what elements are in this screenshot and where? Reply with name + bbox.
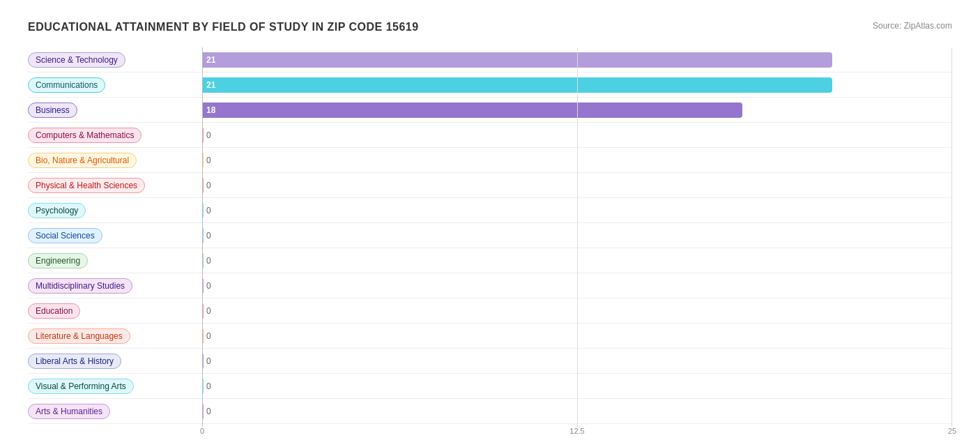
bar-label: Computers & Mathematics: [28, 128, 202, 143]
bar-value-label: 0: [206, 356, 211, 366]
chart-body: Science & Technology21Communications21Bu…: [28, 47, 952, 440]
bar-value-label: 18: [206, 105, 215, 115]
bar-value-label: 0: [206, 381, 211, 391]
x-tick-max: 25: [948, 427, 956, 435]
bar-row: Psychology0: [28, 198, 952, 223]
bar-row: Visual & Performing Arts0: [28, 374, 952, 399]
bar-row: Bio, Nature & Agricultural0: [28, 148, 952, 173]
bars-area: Science & Technology21Communications21Bu…: [28, 47, 952, 440]
bar-label: Business: [28, 103, 202, 118]
bar-fill: 21: [202, 77, 832, 93]
bar-value-label: 21: [206, 55, 215, 65]
bar-label-pill: Liberal Arts & History: [28, 354, 121, 369]
bar-value-label: 0: [206, 256, 211, 266]
bar-label-pill: Physical & Health Sciences: [28, 178, 145, 193]
bars-container: Science & Technology21Communications21Bu…: [28, 47, 952, 424]
bar-label-pill: Computers & Mathematics: [28, 128, 141, 143]
bar-label: Bio, Nature & Agricultural: [28, 153, 202, 168]
bar-label-pill: Science & Technology: [28, 52, 125, 68]
bar-label-pill: Arts & Humanities: [28, 404, 110, 419]
chart-source: Source: ZipAtlas.com: [873, 21, 952, 31]
bar-fill: 21: [202, 52, 832, 68]
bar-label: Visual & Performing Arts: [28, 379, 202, 394]
bar-value-label: 0: [206, 155, 211, 165]
bar-row: Education0: [28, 298, 952, 324]
bar-value-label: 0: [206, 407, 211, 416]
bar-label: Liberal Arts & History: [28, 354, 202, 369]
bar-label: Science & Technology: [28, 52, 202, 68]
bar-value-label: 0: [206, 130, 211, 140]
grid-line: [951, 47, 952, 427]
bar-label: Social Sciences: [28, 228, 202, 243]
grid-line: [577, 47, 578, 427]
bar-value-label: 0: [206, 206, 211, 215]
bar-label-pill: Literature & Languages: [28, 328, 130, 344]
bar-value-label: 0: [206, 281, 211, 291]
bar-value-label: 0: [206, 306, 211, 316]
bar-label-pill: Multidisciplinary Studies: [28, 278, 132, 294]
chart-title: EDUCATIONAL ATTAINMENT BY FIELD OF STUDY…: [28, 21, 419, 33]
bar-row: Communications21: [28, 73, 952, 98]
bar-label: Physical & Health Sciences: [28, 178, 202, 193]
x-tick-0: 0: [200, 427, 204, 435]
bar-row: Engineering0: [28, 248, 952, 273]
bar-label-pill: Visual & Performing Arts: [28, 379, 134, 394]
bar-fill: 18: [202, 103, 742, 118]
bar-row: Business18: [28, 98, 952, 123]
chart-header: EDUCATIONAL ATTAINMENT BY FIELD OF STUDY…: [28, 21, 952, 33]
bar-label-pill: Social Sciences: [28, 228, 102, 243]
bar-value-label: 21: [206, 80, 215, 90]
bar-row: Multidisciplinary Studies0: [28, 273, 952, 298]
bar-label-pill: Bio, Nature & Agricultural: [28, 153, 137, 168]
bar-label-pill: Business: [28, 103, 77, 118]
bar-label-pill: Education: [28, 303, 80, 319]
bar-value-label: 0: [206, 181, 211, 190]
bar-row: Social Sciences0: [28, 223, 952, 248]
bar-row: Arts & Humanities0: [28, 399, 952, 424]
bar-label-pill: Communications: [28, 77, 105, 93]
bar-label: Education: [28, 303, 202, 319]
x-tick-mid: 12.5: [569, 427, 584, 435]
bar-row: Science & Technology21: [28, 47, 952, 73]
bar-label: Psychology: [28, 203, 202, 218]
x-axis: 0 12.5 25: [202, 427, 952, 440]
bar-value-label: 0: [206, 231, 211, 241]
bar-label-pill: Engineering: [28, 253, 88, 268]
bar-row: Liberal Arts & History0: [28, 349, 952, 374]
bar-row: Physical & Health Sciences0: [28, 173, 952, 198]
bar-row: Computers & Mathematics0: [28, 123, 952, 148]
bar-label: Engineering: [28, 253, 202, 268]
chart-container: EDUCATIONAL ATTAINMENT BY FIELD OF STUDY…: [14, 14, 966, 440]
bar-row: Literature & Languages0: [28, 324, 952, 349]
bar-label-pill: Psychology: [28, 203, 86, 218]
bar-label: Arts & Humanities: [28, 404, 202, 419]
bar-value-label: 0: [206, 331, 211, 341]
grid-line: [202, 47, 203, 427]
bar-label: Multidisciplinary Studies: [28, 278, 202, 294]
bar-label: Communications: [28, 77, 202, 93]
bar-label: Literature & Languages: [28, 328, 202, 344]
